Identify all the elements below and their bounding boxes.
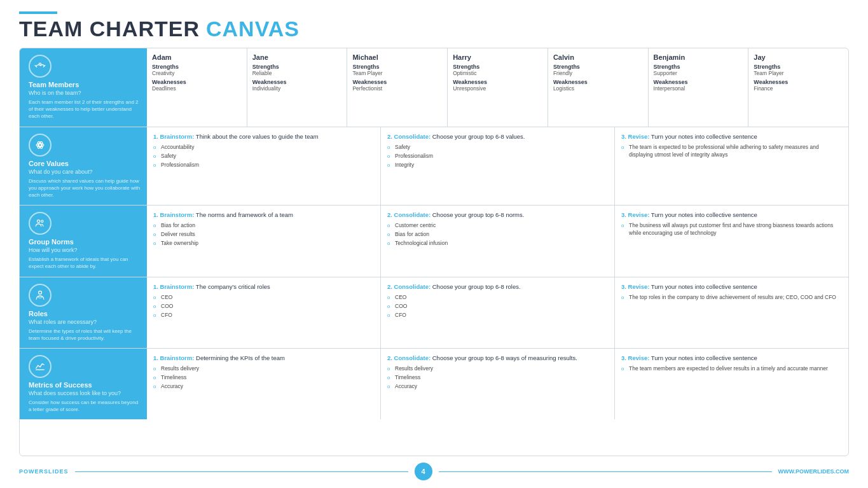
svg-point-7 — [39, 291, 42, 294]
step-bold: 3. Revise: — [621, 283, 649, 290]
step-title: 2. Consolidate: Choose your group top 6-… — [387, 211, 608, 219]
step-text: Determining the KPIs of the team — [194, 354, 285, 361]
step-bold: 1. Brainstorm: — [153, 211, 194, 218]
core-values-subtitle: What do you care about? — [29, 169, 141, 175]
weaknesses-label: Weaknesses — [654, 79, 743, 85]
strengths-value: Team Player — [754, 70, 843, 76]
group-norms-desc: Establish a framework of ideals that you… — [29, 256, 141, 270]
member-cell-benjamin: Benjamin Strengths Supporter Weaknesses … — [649, 48, 749, 127]
weaknesses-label: Weaknesses — [453, 79, 542, 85]
bullet-list: Bias for actionDeliver resultsTake owner… — [153, 222, 374, 247]
weaknesses-value: Perfectionist — [352, 85, 442, 92]
strengths-value: Reliable — [252, 70, 342, 76]
metrics-title: Metrics of Success — [29, 381, 141, 389]
step-text: Turn your notes into collective sentence — [649, 354, 757, 361]
step-text: The company's critical roles — [194, 283, 270, 290]
list-item: Timeliness — [153, 374, 374, 382]
members-content: Adam Strengths Creativity Weaknesses Dea… — [147, 48, 848, 127]
strengths-value: Creativity — [152, 70, 242, 76]
bullet-list: AccountabilitySafetyProfessionalism — [153, 144, 374, 169]
bullet-list: CEOCOOCFO — [387, 294, 608, 319]
group-norms-title: Group Norms — [29, 238, 141, 246]
row-metrics: Metrics of Success What does success loo… — [20, 349, 848, 419]
step-title: 1. Brainstorm: The norms and framework o… — [153, 211, 374, 219]
core-values-step-1: 1. Brainstorm: Think about the core valu… — [147, 127, 381, 206]
metrics-subtitle: What does success look like to you? — [29, 390, 141, 396]
person-icon — [34, 289, 46, 302]
weaknesses-value: Finance — [754, 85, 843, 92]
list-item: CEO — [387, 294, 608, 302]
list-item: Professionalism — [387, 153, 608, 160]
list-item: Bias for action — [153, 222, 374, 230]
row-roles: Roles What roles are necessary? Determin… — [20, 277, 848, 349]
roles-label: Roles What roles are necessary? Determin… — [20, 277, 147, 348]
list-item: Accuracy — [387, 383, 608, 391]
step-title: 2. Consolidate: Choose your group top 6-… — [387, 354, 608, 362]
bullet-list: SafetyProfessionalismIntegrity — [387, 144, 608, 169]
step-title: 3. Revise: Turn your notes into collecti… — [621, 282, 842, 291]
weaknesses-label: Weaknesses — [352, 79, 442, 85]
roles-icon-wrap — [29, 284, 52, 307]
step-text: Turn your notes into collective sentence — [649, 133, 757, 140]
core-values-icon-wrap — [29, 134, 52, 157]
strengths-value: Team Player — [352, 70, 442, 76]
team-members-desc: Each team member list 2 of their strengt… — [29, 99, 141, 120]
bullet-list: CEOCOOCFO — [153, 294, 374, 319]
roles-step-3: 3. Revise: Turn your notes into collecti… — [615, 277, 848, 348]
list-item: The team is expected to be professional … — [621, 144, 842, 159]
metrics-desc: Consider how success can be measures bey… — [29, 399, 141, 413]
title-dark: TEAM CHARTER — [19, 17, 200, 41]
roles-title: Roles — [29, 310, 141, 317]
step-bold: 1. Brainstorm: — [153, 133, 194, 140]
bullet-list: The team members are expected to deliver… — [621, 365, 842, 373]
roles-desc: Determine the types of roles that will k… — [29, 328, 141, 342]
strengths-label: Strengths — [553, 64, 643, 70]
svg-point-5 — [37, 220, 39, 223]
step-bold: 3. Revise: — [621, 211, 649, 218]
list-item: Deliver results — [153, 231, 374, 239]
weaknesses-value: Unresponsive — [453, 85, 542, 92]
users-icon — [34, 217, 46, 230]
bullet-list: Results deliveryTimelinessAccuracy — [387, 365, 608, 391]
list-item: Accuracy — [153, 383, 374, 391]
step-bold: 2. Consolidate: — [387, 354, 431, 361]
metrics-step-1: 1. Brainstorm: Determining the KPIs of t… — [147, 349, 381, 419]
svg-rect-8 — [39, 296, 42, 298]
list-item: Safety — [153, 153, 374, 160]
group-norms-step-1: 1. Brainstorm: The norms and framework o… — [147, 206, 381, 276]
svg-point-6 — [41, 220, 43, 222]
metrics-label: Metrics of Success What does success loo… — [20, 349, 147, 419]
list-item: Safety — [387, 144, 608, 151]
strengths-label: Strengths — [453, 64, 542, 70]
member-cell-michael: Michael Strengths Team Player Weaknesses… — [347, 48, 448, 127]
team-members-row: Team Members Who is on the team? Each te… — [20, 48, 848, 127]
footer-website: WWW.POWERLIDES.COM — [778, 468, 850, 475]
team-members-subtitle: Who is on the team? — [29, 90, 141, 96]
weaknesses-label: Weaknesses — [252, 79, 342, 85]
strengths-label: Strengths — [152, 64, 242, 70]
group-norms-icon-wrap — [29, 212, 52, 235]
member-name: Calvin — [553, 53, 643, 61]
step-text: Think about the core values to guide the… — [194, 133, 318, 140]
step-text: Turn your notes into collective sentence — [649, 283, 757, 290]
step-bold: 3. Revise: — [621, 133, 649, 140]
bullet-list: The team is expected to be professional … — [621, 144, 842, 159]
step-title: 3. Revise: Turn your notes into collecti… — [621, 132, 842, 141]
row-group-norms: Group Norms How will you work? Establish… — [20, 206, 848, 277]
member-name: Michael — [352, 53, 442, 61]
strengths-label: Strengths — [352, 64, 442, 70]
list-item: Customer centric — [387, 222, 608, 230]
list-item: Professionalism — [153, 162, 374, 169]
step-bold: 2. Consolidate: — [387, 211, 431, 218]
member-cell-calvin: Calvin Strengths Friendly Weaknesses Log… — [548, 48, 649, 127]
metrics-step-3: 3. Revise: Turn your notes into collecti… — [615, 349, 848, 419]
member-name: Adam — [152, 53, 242, 61]
core-values-desc: Discuss which shared values can help gui… — [29, 178, 141, 199]
bullet-list: Customer centricBias for actionTechnolog… — [387, 222, 608, 247]
list-item: Timeliness — [387, 374, 608, 382]
weaknesses-label: Weaknesses — [152, 79, 242, 85]
team-members-icon-wrap — [29, 55, 52, 78]
member-cell-harry: Harry Strengths Optimistic Weaknesses Un… — [448, 48, 548, 127]
weaknesses-value: Interpersonal — [654, 85, 743, 92]
list-item: CFO — [153, 312, 374, 319]
